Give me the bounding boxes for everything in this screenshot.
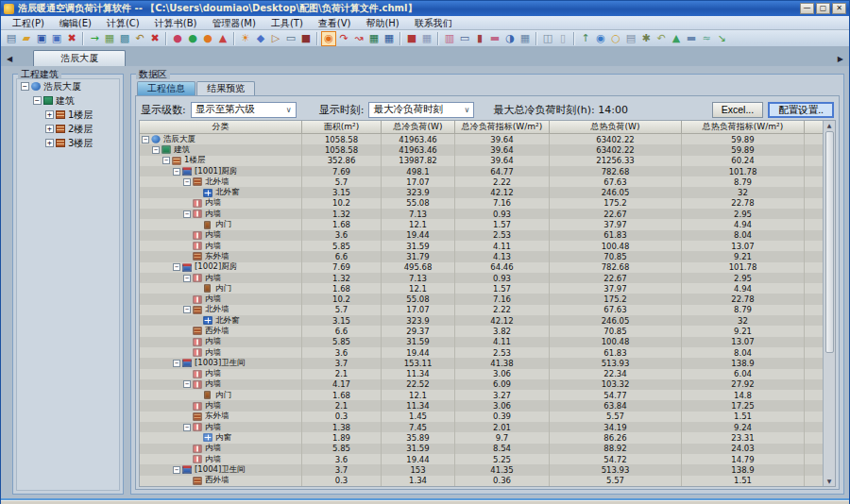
collapse-box[interactable]: − <box>173 263 180 271</box>
new-file-icon[interactable]: ▤ <box>4 31 19 46</box>
grid-person-icon[interactable]: ▦ <box>419 31 434 46</box>
bulb-icon[interactable]: ○ <box>608 31 623 46</box>
display-level-select[interactable]: 显示至第六级 ∨ <box>191 102 297 118</box>
table-row[interactable]: 东外墙0.31.450.395.571.51 <box>140 412 823 422</box>
tree-node[interactable]: +1楼层 <box>17 108 119 122</box>
table-row[interactable]: −浩辰大厦1058.5841963.4639.6463402.2259.89 <box>140 134 823 144</box>
book-icon[interactable]: ◫ <box>540 31 555 46</box>
column-header[interactable]: 总热负荷指标(W/m²) <box>682 121 805 134</box>
column-header[interactable] <box>805 121 823 134</box>
table-row[interactable]: 内墙3.619.442.5361.838.04 <box>140 347 823 358</box>
export-doc-icon[interactable]: ▷ <box>268 31 283 46</box>
leaf-icon[interactable]: ↘ <box>714 31 729 46</box>
dash-icon[interactable]: ▬ <box>684 31 699 46</box>
menu-item[interactable]: 工具(T) <box>264 16 311 30</box>
chart-combo-icon[interactable]: ▲ <box>215 31 230 46</box>
collapse-box[interactable]: − <box>21 82 29 91</box>
scroll-up-icon[interactable]: ▲ <box>827 121 832 130</box>
menu-item[interactable]: 编辑(E) <box>52 16 99 30</box>
menu-item[interactable]: 计算(C) <box>99 16 147 30</box>
expand-box[interactable]: + <box>45 125 54 133</box>
person-icon[interactable]: ▲ <box>669 31 684 46</box>
collapse-box[interactable]: − <box>183 178 191 186</box>
divider-icon[interactable]: ▯ <box>555 31 570 46</box>
monitor-icon[interactable]: ▭ <box>457 31 472 46</box>
column-header[interactable]: 分类 <box>140 121 302 134</box>
table-row[interactable]: −内墙1.387.452.0134.199.24 <box>140 422 823 432</box>
collapse-box[interactable]: − <box>183 380 191 388</box>
table-row[interactable]: −内墙4.1722.526.09103.3227.92 <box>140 379 823 390</box>
pie-heat-icon[interactable]: ● <box>185 31 200 46</box>
table-row[interactable]: 内墙2.111.343.0663.8417.25 <box>140 400 823 411</box>
table-row[interactable]: −内墙1.327.130.9322.672.95 <box>140 273 823 283</box>
word-export-icon[interactable]: ▦ <box>382 31 397 46</box>
collapse-box[interactable]: − <box>162 157 170 164</box>
table-row[interactable]: 内墙2.111.343.0622.346.04 <box>140 369 823 379</box>
table-row[interactable]: −[1001]厨房7.69498.164.77782.68101.78 <box>140 166 823 176</box>
collapse-box[interactable]: − <box>183 275 191 282</box>
table-row[interactable]: 北外窗3.15323.942.12246.0532 <box>140 315 823 326</box>
tree-node[interactable]: +3楼层 <box>17 136 119 150</box>
table-row[interactable]: 西外墙6.629.373.8270.859.21 <box>140 326 823 336</box>
collapse-box[interactable]: − <box>173 466 180 474</box>
scrollbar-thumb[interactable] <box>825 131 834 353</box>
tab-result-preview[interactable]: 结果预览 <box>196 81 255 95</box>
tree-icon[interactable]: ↑ <box>578 31 593 46</box>
globe-icon[interactable]: ◉ <box>593 31 608 46</box>
room-tile-icon[interactable]: ■ <box>298 31 314 46</box>
scroll-down-icon[interactable]: ▼ <box>827 477 832 486</box>
materials-icon[interactable]: ▦ <box>102 31 117 46</box>
tree-node[interactable]: +2楼层 <box>17 122 119 136</box>
grid-red-icon[interactable]: ■ <box>404 31 419 46</box>
tree-node[interactable]: −建筑 <box>17 93 119 108</box>
expand-box[interactable]: + <box>45 139 54 147</box>
table-row[interactable]: −[1004]卫生间3.715341.35513.93138.9 <box>140 464 823 475</box>
chart-blue-icon[interactable]: ◆ <box>253 31 268 46</box>
table-row[interactable]: 内墙5.8531.594.11100.4813.07 <box>140 337 823 347</box>
calc-result-icon[interactable]: ◉ <box>321 31 336 46</box>
tree-node[interactable]: −浩辰大厦 <box>17 79 119 93</box>
bars-pink-icon[interactable]: ▥ <box>442 31 457 46</box>
table-row[interactable]: 内墙10.255.087.16175.222.78 <box>140 294 823 304</box>
open-folder-icon[interactable]: ▰ <box>19 31 34 46</box>
curve-cold-icon[interactable]: ↷ <box>336 31 351 46</box>
table-row[interactable]: −北外墙5.717.072.2267.638.79 <box>140 176 823 187</box>
table-row[interactable]: 东外墙6.631.794.1370.859.21 <box>140 251 823 261</box>
table-row[interactable]: 内墙5.8531.594.11100.4813.07 <box>140 241 823 251</box>
expand-box[interactable]: + <box>45 110 54 119</box>
delete-icon[interactable]: ✖ <box>64 31 79 46</box>
menu-item[interactable]: 工程(P) <box>5 16 52 30</box>
table-row[interactable]: −[1002]厨房7.69495.6864.46782.68101.78 <box>140 262 823 273</box>
printer-icon[interactable]: ▭ <box>283 31 298 46</box>
table-grid-icon[interactable]: ▦ <box>518 31 533 46</box>
document-tab[interactable]: 浩辰大厦 <box>33 50 126 66</box>
undo2-icon[interactable]: ↶ <box>654 31 669 46</box>
collapse-box[interactable]: − <box>152 146 160 154</box>
menu-item[interactable]: 联系我们 <box>407 16 460 30</box>
table-row[interactable]: 内窗1.8935.899.786.2623.31 <box>140 432 823 443</box>
chart-pink-icon[interactable]: ▬ <box>487 31 502 46</box>
column-header[interactable]: 总热负荷(W) <box>550 121 682 134</box>
minimize-button[interactable]: — <box>800 3 814 14</box>
blocks-icon[interactable]: ▩ <box>117 31 132 46</box>
menu-item[interactable]: 帮助(H) <box>358 16 406 30</box>
excel-export-icon[interactable]: ▦ <box>366 31 382 46</box>
column-header[interactable]: 面积(m²) <box>302 121 382 134</box>
collapse-box[interactable]: − <box>173 168 180 176</box>
table-row[interactable]: 内墙10.255.087.16175.222.78 <box>140 198 823 209</box>
table-row[interactable]: 北外窗3.15323.942.12246.0532 <box>140 187 823 197</box>
tab-project-info[interactable]: 工程信息 <box>137 81 196 95</box>
column-header[interactable]: 总冷负荷指标(W/m²) <box>455 121 550 134</box>
config-settings-button[interactable]: 配置设置.. <box>768 102 834 118</box>
vertical-scrollbar[interactable]: ▲ ▼ <box>823 121 835 486</box>
collapse-box[interactable]: − <box>173 360 180 367</box>
collapse-box[interactable]: − <box>142 136 149 143</box>
wave-icon[interactable]: ≈ <box>699 31 714 46</box>
excel-export-button[interactable]: Excel... <box>712 102 763 118</box>
table-row[interactable]: 内门1.6812.13.2754.7714.8 <box>140 390 823 400</box>
doc-icon[interactable]: ▤ <box>623 31 638 46</box>
collapse-box[interactable]: − <box>33 96 42 105</box>
menu-item[interactable]: 计算书(B) <box>147 16 205 30</box>
menu-item[interactable]: 查看(V) <box>311 16 359 30</box>
tab-scroll-left-icon[interactable]: ◀ <box>3 55 16 66</box>
